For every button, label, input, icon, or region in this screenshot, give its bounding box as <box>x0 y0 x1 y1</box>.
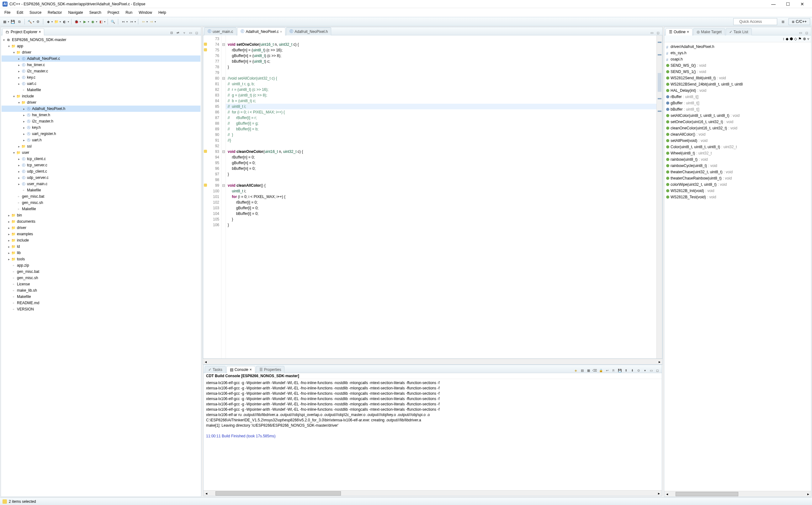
tree-node[interactable]: ▫README.md <box>2 300 201 306</box>
code-line[interactable]: bBuffer[n] = 0; <box>228 166 655 171</box>
tree-node[interactable]: ▾📁app <box>2 43 201 49</box>
build-target-icon[interactable]: ⚙ <box>35 19 41 24</box>
warning-marker-icon[interactable] <box>204 48 207 51</box>
expand-icon[interactable]: ▸ <box>22 132 26 136</box>
run-icon[interactable]: ▶ <box>82 19 88 24</box>
tree-node[interactable]: ▸📁lib <box>2 250 201 256</box>
code-line[interactable]: // g = (uint8_t) (c >> 8); <box>228 93 655 98</box>
tree-node[interactable]: ▫make_lib.sh <box>2 287 201 294</box>
maximize-icon[interactable]: ◻ <box>194 30 199 35</box>
expand-icon[interactable]: ▸ <box>7 232 11 236</box>
code-line[interactable]: gBuffer[i] = 0; <box>228 205 655 211</box>
tab-tasks[interactable]: ✓Tasks <box>205 366 226 373</box>
outline-item[interactable]: WS2812B_Init(void) : void <box>666 188 809 194</box>
code-line[interactable]: } <box>228 222 655 228</box>
tree-node[interactable]: ▫VERSION <box>2 306 201 312</box>
warning-marker-icon[interactable] <box>204 184 207 187</box>
project-tree[interactable]: ▾⧉ESP8266_NONOS_SDK-master▾📁app▾📁driver▸… <box>1 35 201 314</box>
outline-item[interactable]: setOneColor(uint16_t, uint32_t) : void <box>666 119 809 125</box>
close-icon[interactable]: × <box>250 367 252 372</box>
code-line[interactable]: void setOneColor(uint16_t n, uint32_t c)… <box>228 42 655 47</box>
editor-tab[interactable]: ⓒuser_main.c <box>204 27 236 35</box>
open-type-icon[interactable]: ◐ <box>62 19 68 24</box>
tree-node[interactable]: ▫Makefile <box>2 187 201 193</box>
build-icon[interactable]: 🔨 <box>27 19 33 24</box>
group-includes-icon[interactable]: ⊕ <box>803 37 806 41</box>
save-console-icon[interactable]: 💾 <box>617 368 622 373</box>
menu-refactor[interactable]: Refactor <box>44 9 65 16</box>
back-icon[interactable]: ⇦ <box>140 19 146 24</box>
outline-item[interactable]: #ets_sys.h <box>666 50 809 56</box>
tree-node[interactable]: ▸ⓗuart.h <box>2 137 201 143</box>
code-line[interactable]: void cleanOneColor(uint16_t n, uint32_t … <box>228 149 655 154</box>
minimize-button[interactable]: — <box>766 0 781 8</box>
outline-item[interactable]: rBuffer : uint8_t[] <box>666 94 809 100</box>
tree-node[interactable]: ▸📁tools <box>2 256 201 262</box>
menu-search[interactable]: Search <box>86 9 104 16</box>
search-icon[interactable]: 🔍 <box>110 19 116 24</box>
code-line[interactable]: // rBuffer[i] = r; <box>228 115 655 121</box>
tree-node[interactable]: ▸ⓗi2c_master.h <box>2 118 201 124</box>
code-line[interactable] <box>228 36 655 42</box>
outline-item[interactable]: #driver/Adafruit_NeoPixel.h <box>666 43 809 50</box>
expand-icon[interactable]: ▸ <box>22 107 26 111</box>
word-wrap-icon[interactable]: ↩ <box>605 368 610 373</box>
tab-properties[interactable]: ☰Properties <box>256 366 285 373</box>
tree-node[interactable]: ▸ⓗuart_register.h <box>2 131 201 137</box>
tree-node[interactable]: ▾⧉ESP8266_NONOS_SDK-master <box>2 37 201 43</box>
open-console-icon[interactable]: ▦ <box>586 368 591 373</box>
profile-icon[interactable]: ◉ <box>90 19 96 24</box>
expand-icon[interactable]: ▸ <box>17 157 21 161</box>
maximize-button[interactable]: ☐ <box>781 0 795 8</box>
scrollbar-thumb[interactable] <box>676 492 738 496</box>
tab-console[interactable]: ▤Console× <box>226 366 255 373</box>
warning-marker-icon[interactable] <box>204 150 207 153</box>
tree-node[interactable]: ▸ⓒuser_main.c <box>2 181 201 187</box>
collapse-icon[interactable]: ▾ <box>12 151 16 154</box>
tree-node[interactable]: ▫gen_misc.bat <box>2 269 201 275</box>
expand-icon[interactable]: ▸ <box>22 114 26 117</box>
prev-annotation-icon[interactable]: ↢ <box>120 19 126 24</box>
hide-static-icon[interactable]: ⬢ <box>790 37 793 41</box>
code-line[interactable]: rBuffer[i] = 0; <box>228 199 655 205</box>
clear-console-icon[interactable]: ⌫ <box>592 368 597 373</box>
outline-item[interactable]: #osapi.h <box>666 56 809 62</box>
close-icon[interactable]: × <box>280 30 282 33</box>
editor-area[interactable]: 7374757677787980818283848586878889909192… <box>203 35 662 359</box>
outline-item[interactable]: rainbowCycle(uint8_t) : void <box>666 163 809 169</box>
tab-task-list[interactable]: ✓Task List <box>726 28 752 35</box>
fold-toggle-icon[interactable]: ⊟ <box>221 183 226 188</box>
tree-node[interactable]: ▫License <box>2 281 201 287</box>
close-button[interactable]: ✕ <box>795 0 809 8</box>
expand-icon[interactable]: ▸ <box>17 145 21 148</box>
outline-item[interactable]: WS2812Send_8bit(uint8_t) : void <box>666 75 809 81</box>
ext-tools-icon[interactable]: ◧ <box>98 19 104 24</box>
tree-node[interactable]: ▾📁driver <box>2 99 201 106</box>
overview-ruler[interactable] <box>657 35 662 358</box>
outline-item[interactable]: Wheel(uint8_t) : uint32_t <box>666 150 809 156</box>
fold-toggle-icon[interactable]: ⊟ <box>221 75 226 81</box>
menu-file[interactable]: File <box>1 9 13 16</box>
new-class-icon[interactable]: ◆ <box>45 19 51 24</box>
code-line[interactable]: uint8_t i; <box>228 188 655 194</box>
show-error-icon[interactable]: ⊙ <box>636 368 641 373</box>
open-perspective-icon[interactable]: ⊞ <box>780 19 786 24</box>
minimize-icon[interactable]: ▭ <box>798 30 803 35</box>
fold-toggle-icon[interactable]: ⊟ <box>221 42 226 47</box>
menu-source[interactable]: Source <box>26 9 44 16</box>
expand-icon[interactable]: ▸ <box>17 63 21 67</box>
tree-node[interactable]: ▸📁ld <box>2 243 201 250</box>
expand-icon[interactable]: ▸ <box>7 220 11 223</box>
hide-fields-icon[interactable]: ◆ <box>786 37 789 41</box>
expand-icon[interactable]: ▸ <box>22 139 26 142</box>
expand-icon[interactable]: ▸ <box>22 120 26 123</box>
expand-icon[interactable]: ▸ <box>17 69 21 73</box>
editor-horizontal-scrollbar[interactable]: ◂ ▸ <box>203 359 662 364</box>
console-output[interactable]: xtensa-lx106-elf-gcc -g -Wpointer-arith … <box>204 379 662 490</box>
outline-item[interactable]: WS2812BSend_24bit(uint8_t, uint8_t, uint… <box>666 81 809 88</box>
tree-node[interactable]: ▫Makefile <box>2 87 201 93</box>
code-line[interactable]: // uint8_t i; <box>226 104 657 109</box>
tree-node[interactable]: ▫gen_misc.sh <box>2 199 201 206</box>
code-line[interactable]: } <box>228 64 655 70</box>
outline-item[interactable]: WS2812B_Test(void) : void <box>666 194 809 200</box>
